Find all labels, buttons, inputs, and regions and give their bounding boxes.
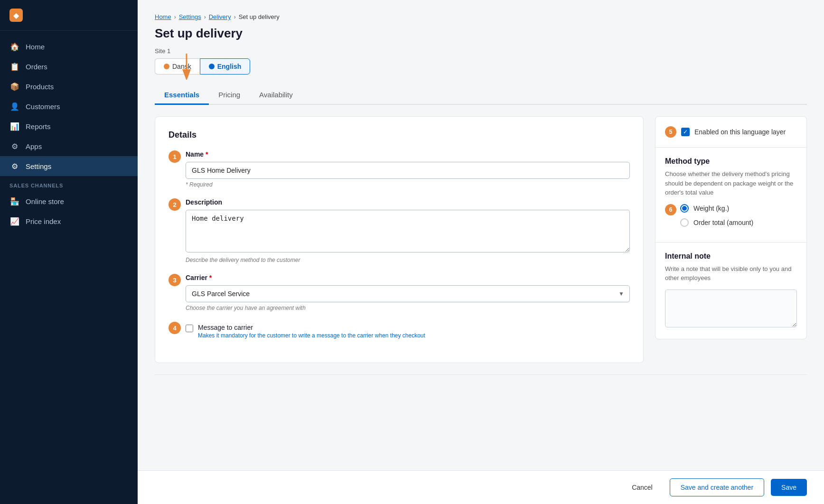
breadcrumb-home[interactable]: Home [155,13,171,20]
step-6-circle: 6 [665,204,676,215]
page-title: Set up delivery [155,26,807,41]
sidebar-nav: 🏠 Home 📋 Orders 📦 Products 👤 Customers 📊… [0,31,138,237]
sidebar-item-label: Home [26,43,45,51]
step-1-circle: 1 [169,150,181,163]
sidebar-item-home[interactable]: 🏠 Home [0,37,138,56]
sidebar-logo: ◆ [0,0,138,31]
details-title: Details [169,130,630,140]
name-required: * [204,150,208,158]
order-total-radio[interactable] [680,218,689,227]
name-hint: * Required [186,181,630,188]
order-total-radio-row[interactable]: Order total (amount) [680,218,753,227]
carrier-label: Carrier * [186,274,630,281]
apps-icon: ⚙ [9,141,20,151]
sidebar-item-apps[interactable]: ⚙ Apps [0,136,138,156]
message-checkbox-content: Message to carrier Makes it mandatory fo… [198,324,425,339]
message-field-content: Message to carrier Makes it mandatory fo… [186,322,630,339]
internal-note-textarea[interactable] [665,289,797,327]
sidebar-item-settings[interactable]: ⚙ Settings [0,156,138,176]
message-checkbox[interactable] [186,325,193,332]
message-hint: Makes it mandatory for the customer to w… [198,332,425,339]
sidebar: ◆ 🏠 Home 📋 Orders 📦 Products 👤 Customers… [0,0,138,504]
name-field-content: Name * * Required [186,150,630,188]
description-label: Description [186,198,630,206]
site-label: Site 1 [155,47,807,55]
description-field-content: Description Describe the delivery method… [186,198,630,263]
lang-tabs: Dansk English [155,58,250,75]
internal-note-desc: Write a note that will be visible only t… [665,264,797,283]
lang-tab-dansk-label: Dansk [172,63,191,70]
sidebar-item-label: Reports [26,122,51,131]
two-column-layout: Details 1 Name * * Required [155,116,807,363]
carrier-select[interactable]: GLS Parcel Service PostNord DHL FedEx [186,285,630,302]
products-icon: 📦 [9,81,20,92]
weight-radio-row[interactable]: Weight (kg.) [680,204,753,213]
sidebar-item-label: Online store [26,197,64,205]
sidebar-item-label: Apps [26,142,42,150]
sidebar-item-label: Settings [26,162,51,170]
sidebar-item-customers[interactable]: 👤 Customers [0,96,138,116]
dansk-dot [164,64,169,69]
weight-label: Weight (kg.) [693,205,729,212]
sidebar-item-products[interactable]: 📦 Products [0,76,138,96]
method-type-title: Method type [665,157,797,166]
lang-tab-dansk[interactable]: Dansk [155,58,200,75]
breadcrumb-delivery[interactable]: Delivery [209,13,231,20]
sidebar-item-online-store[interactable]: 🏪 Online store [0,191,138,211]
sidebar-item-price-index[interactable]: 📈 Price index [0,211,138,231]
sidebar-item-label: Products [26,83,54,91]
step-2-circle: 2 [169,198,181,211]
description-field-row: 2 Description Describe the delivery meth… [169,198,630,263]
sidebar-item-orders[interactable]: 📋 Orders [0,56,138,76]
tab-pricing[interactable]: Pricing [209,86,250,105]
price-index-icon: 📈 [9,216,20,226]
description-hint: Describe the delivery method to the cust… [186,257,630,263]
breadcrumb: Home › Settings › Delivery › Set up deli… [155,13,807,20]
method-type-desc: Choose whether the delivery method's pri… [665,169,797,197]
step-3-circle: 3 [169,274,181,286]
description-input[interactable] [186,210,630,252]
carrier-field-row: 3 Carrier * GLS Parcel Service PostNord [169,274,630,311]
name-field-row: 1 Name * * Required [169,150,630,188]
settings-icon: ⚙ [9,161,20,171]
carrier-select-wrapper: GLS Parcel Service PostNord DHL FedEx ▼ [186,285,630,302]
name-label: Name * [186,150,630,158]
save-button[interactable]: Save [771,479,807,496]
breadcrumb-settings[interactable]: Settings [179,13,201,20]
orders-icon: 📋 [9,61,20,72]
sales-channels-label: SALES CHANNELS [0,176,138,191]
lang-tab-english[interactable]: English [200,58,251,75]
weight-radio[interactable] [680,204,689,213]
message-field-row: 4 Message to carrier Makes it mandatory … [169,322,630,339]
carrier-field-content: Carrier * GLS Parcel Service PostNord DH… [186,274,630,311]
reports-icon: 📊 [9,121,20,131]
message-label: Message to carrier [198,324,425,331]
main-content: Home › Settings › Delivery › Set up deli… [138,0,824,504]
save-another-button[interactable]: Save and create another [670,478,764,496]
sidebar-item-reports[interactable]: 📊 Reports [0,116,138,136]
side-panel-col: 5 ✓ Enabled on this language layer Metho… [655,116,807,339]
sidebar-item-label: Price index [26,217,61,225]
main-form-col: Details 1 Name * * Required [155,116,644,363]
internal-note-card: Internal note Write a note that will be … [655,243,807,339]
details-card: Details 1 Name * * Required [155,116,644,363]
customers-icon: 👤 [9,101,20,112]
message-checkbox-row: Message to carrier Makes it mandatory fo… [186,324,630,339]
tabs: Essentials Pricing Availability [155,86,807,105]
name-input[interactable] [186,162,630,179]
sidebar-item-label: Customers [26,103,60,111]
order-total-label: Order total (amount) [693,219,753,226]
cancel-button[interactable]: Cancel [621,479,663,496]
tab-essentials[interactable]: Essentials [155,86,209,105]
enabled-row: 5 ✓ Enabled on this language layer [665,126,797,138]
method-type-card: Method type Choose whether the delivery … [655,148,807,243]
step6-method-row: 6 Weight (kg.) Order total (amount) [665,204,797,227]
carrier-field-group: 3 Carrier * GLS Parcel Service PostNord [169,274,630,311]
content-divider [155,374,807,375]
message-carrier-group: 4 Message to carrier Makes it mandatory … [169,322,630,339]
tab-availability[interactable]: Availability [250,86,302,105]
english-dot [209,64,215,69]
home-icon: 🏠 [9,41,20,52]
enabled-checkbox[interactable]: ✓ [681,128,690,136]
content-area: Home › Settings › Delivery › Set up deli… [138,0,824,504]
